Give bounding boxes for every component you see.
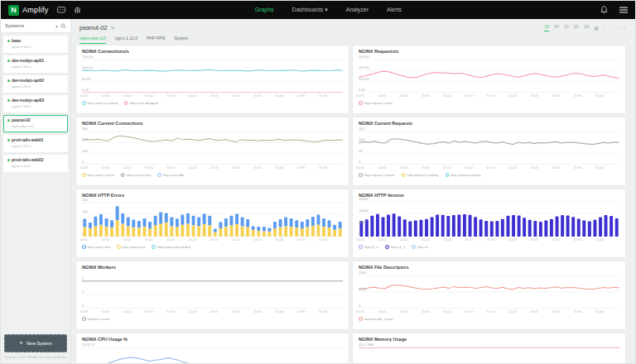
x-axis-tick: 15:15: [210, 165, 218, 170]
system-name: dev-nodejs-api01: [7, 59, 64, 63]
x-axis-tick: 15:10: [465, 93, 473, 98]
chevron-down-icon[interactable]: ▾: [55, 23, 58, 29]
chart-plot[interactable]: 150100500: [82, 200, 343, 237]
chart-plot[interactable]: 150001000050000: [359, 200, 619, 237]
x-axis-tick: 15:00: [145, 309, 153, 314]
x-axis-tick: 14:55: [123, 165, 131, 170]
x-axis-tick: 15:15: [486, 165, 494, 170]
system-name-label: prod-rails-web01: [12, 138, 43, 142]
sidebar-item-dev-nodejs-api02[interactable]: dev-nodejs-api02nginx 1.10.0: [3, 75, 68, 93]
pan-left-icon[interactable]: ‹: [610, 26, 611, 31]
legend-label: http.v1_1: [391, 245, 406, 249]
time-range-1h[interactable]: 1H: [544, 25, 549, 31]
x-axis: 14:4514:5014:5515:0015:0515:1015:1515:20…: [82, 237, 343, 242]
x-axis-tick: 14:50: [378, 165, 386, 170]
nginx-logo-icon: N: [8, 5, 19, 16]
tabs: nginx-plus-r13nginx 1.12.0PHP-FPMSystem: [71, 33, 635, 44]
nav-item-graphs[interactable]: Graphs: [255, 7, 274, 13]
system-name-label: prod-rails-web02: [12, 158, 43, 162]
chart-title: NGINX Memory Usage: [359, 337, 619, 342]
sidebar-item-dev-nodejs-api01[interactable]: dev-nodejs-api01nginx 1.10.0: [3, 55, 68, 73]
chart-plot[interactable]: 200010000: [359, 272, 619, 309]
time-range-2d[interactable]: 2D: [574, 25, 579, 31]
chart-plot[interactable]: 3002001000: [82, 128, 343, 165]
x-axis-tick: 15:25: [530, 93, 538, 98]
x-axis-tick: 15:15: [210, 93, 218, 98]
brand[interactable]: N Amplify: [8, 5, 49, 16]
system-name: dev-nodejs-api02: [7, 79, 64, 83]
y-axis-tick: 300.00: [359, 55, 369, 59]
legend-dot-icon: [121, 173, 125, 177]
x-axis-tick: 15:35: [573, 237, 581, 242]
legend-item: http.conn.current: [82, 173, 114, 177]
x-axis-tick: 15:30: [275, 165, 283, 170]
sidebar-item-peanut-02[interactable]: peanut-02nginx-plus-r13: [3, 115, 68, 132]
search-icon[interactable]: [60, 23, 66, 29]
y-axis-tick: 50: [82, 220, 86, 224]
nav-item-analyzer[interactable]: Analyzer: [346, 7, 369, 13]
y-axis-tick: 300: [82, 127, 88, 131]
x-axis-tick: 15:25: [530, 165, 538, 170]
systems-title: Systems: [5, 23, 53, 28]
tab-system[interactable]: System: [174, 36, 188, 44]
x-axis-tick: 14:55: [123, 309, 131, 314]
chat-monitor-icon[interactable]: [57, 7, 65, 14]
x-axis-tick: 15:05: [443, 93, 451, 98]
x-axis-tick: 15:30: [275, 237, 283, 242]
hamburger-menu-icon[interactable]: [619, 7, 628, 13]
x-axis-tick: 14:50: [101, 309, 109, 314]
system-name-label: bean: [12, 39, 21, 43]
chart-plot[interactable]: 300.00200.00100.000.00: [359, 56, 619, 93]
x-axis-tick: 15:20: [508, 165, 517, 170]
legend-dot-icon: [402, 173, 406, 177]
chart-title: NGINX Current Requests: [359, 121, 619, 126]
chart-legend: http.status.4xxhttp.status.5xxhttp.statu…: [82, 245, 343, 249]
logo-letter: N: [11, 6, 17, 14]
time-controls: 1H4H1D2D1W ▦ ‹ ○ ›: [544, 25, 625, 31]
chart-plot[interactable]: 15.07 MB: [359, 344, 619, 363]
new-system-button[interactable]: + New System: [4, 334, 67, 352]
tab-nginx-plus-r13[interactable]: nginx-plus-r13: [80, 36, 106, 44]
sidebar-item-bean[interactable]: beannginx 1.10.0: [3, 36, 68, 53]
legend-label: http.conn.dropped: [129, 101, 158, 105]
legend-item: http.conn.accepted: [82, 101, 118, 105]
y-axis-tick: 100.00: [359, 77, 369, 81]
building-icon[interactable]: [74, 7, 81, 14]
live-icon[interactable]: ○: [616, 26, 619, 30]
chart-plot[interactable]: 210: [82, 272, 343, 309]
sidebar-bottom: + New System Copyright © 2017 NGINX, Inc…: [4, 334, 67, 359]
legend-item: http.conn.idle: [157, 173, 184, 177]
chart-title: NGINX Current Connections: [82, 121, 343, 126]
nav-item-dashboards[interactable]: Dashboards ▾: [292, 7, 328, 13]
chart-card: NGINX HTTP Version15000100005000014:4514…: [352, 189, 626, 258]
nav-item-alerts[interactable]: Alerts: [387, 7, 402, 13]
legend-item: http.status.discarded: [152, 245, 190, 249]
time-range-1d[interactable]: 1D: [564, 25, 569, 31]
sidebar-item-dev-nodejs-api03[interactable]: dev-nodejs-api03nginx 1.10.0: [3, 95, 68, 113]
tab-nginx-1-12-0[interactable]: nginx 1.12.0: [115, 36, 137, 44]
chart-plot[interactable]: 150.00100.0050.000.00: [82, 56, 343, 93]
sidebar-item-prod-rails-web01[interactable]: prod-rails-web01nginx 1.10.0: [3, 135, 68, 152]
system-version-label: nginx 1.10.0: [12, 84, 64, 89]
x-axis-tick: 14:55: [399, 309, 407, 314]
time-range-1w[interactable]: 1W: [584, 25, 590, 31]
chart-plot[interactable]: 150100500: [359, 128, 619, 165]
x-axis-tick: 15:05: [166, 237, 175, 242]
time-range-4h[interactable]: 4H: [554, 25, 559, 31]
x-axis-tick: 14:45: [80, 309, 88, 314]
chart-plot[interactable]: 10.00 %: [82, 344, 343, 363]
pan-right-icon[interactable]: ›: [624, 26, 625, 31]
system-name: bean: [7, 39, 64, 43]
legend-label: http.status.discarded: [157, 245, 190, 249]
tab-php-fpm[interactable]: PHP-FPM: [147, 36, 166, 44]
chart-card: NGINX Requests/s300.00200.00100.000.0014…: [352, 45, 626, 114]
x-axis-tick: 15:00: [422, 237, 430, 242]
legend-label: http.conn.accepted: [88, 101, 118, 105]
edit-pencil-icon[interactable]: ✎: [111, 25, 115, 31]
x-axis-tick: 15:35: [573, 165, 581, 170]
sidebar-item-prod-rails-web02[interactable]: prod-rails-web02nginx 1.10.0: [3, 155, 68, 172]
calendar-icon[interactable]: ▦: [594, 26, 599, 31]
bell-icon[interactable]: [600, 6, 608, 14]
x-axis-tick: 15:10: [465, 309, 473, 314]
status-dot-icon: [7, 60, 10, 62]
